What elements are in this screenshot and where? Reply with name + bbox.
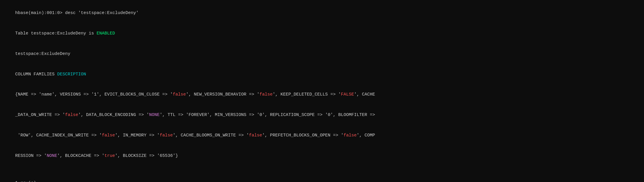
enabled-status: ENABLED <box>97 31 115 36</box>
table-name-text: testspace:ExcludeDeny <box>15 51 70 56</box>
cmd1-text: hbase(main):001:0> desc 'testspace:Exclu… <box>15 11 139 15</box>
line-enabled: Table testspace:ExcludeDeny is ENABLED <box>5 23 639 44</box>
line-blank-1 <box>5 166 639 173</box>
line-desc-1: {NAME => 'name', VERSIONS => '1', EVICT_… <box>5 84 639 105</box>
enabled-prefix: Table testspace:ExcludeDeny is <box>15 31 97 36</box>
col-fam-prefix: COLUMN FAMILIES <box>15 72 57 77</box>
line-col-fam: COLUMN FAMILIES DESCRIPTION <box>5 64 639 84</box>
line-desc-2: _DATA_ON_WRITE => 'false', DATA_BLOCK_EN… <box>5 105 639 125</box>
line-desc-3: 'ROW', CACHE_INDEX_ON_WRITE => 'false', … <box>5 125 639 146</box>
line-table-name: testspace:ExcludeDeny <box>5 44 639 64</box>
line-cmd1: hbase(main):001:0> desc 'testspace:Exclu… <box>5 3 639 23</box>
line-desc-4: RESSION => 'NONE', BLOCKCACHE => 'true',… <box>5 145 639 166</box>
description-label: DESCRIPTION <box>57 72 86 77</box>
terminal-window: hbase(main):001:0> desc 'testspace:Exclu… <box>0 0 644 182</box>
line-rows1: 1 row(s) <box>5 173 639 182</box>
rows1-text: 1 row(s) <box>15 181 36 182</box>
